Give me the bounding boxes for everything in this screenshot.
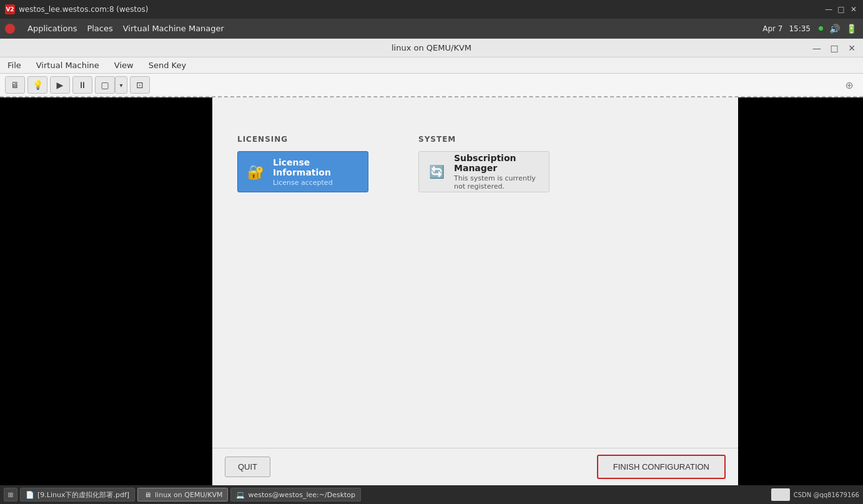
tb-display-button[interactable]: ▢ (95, 76, 115, 94)
monitor-icon: 🖥 (11, 80, 19, 90)
os-logo-icon: V2 (5, 4, 15, 14)
desktop-app-icon (5, 24, 15, 34)
center-area: LICENSING 🔐 License Information License … (212, 97, 738, 485)
desktop-taskbar: Applications Places Virtual Machine Mana… (0, 19, 863, 39)
csdn-label: CSDN @qq81679166 (794, 492, 859, 498)
licensing-section: LICENSING 🔐 License Information License … (237, 135, 368, 205)
os-window-title: westos_lee.westos.com:8 (westos) (19, 5, 148, 14)
licensing-items: 🔐 License Information License accepted (237, 151, 368, 192)
setup-content: LICENSING 🔐 License Information License … (212, 97, 738, 448)
taskbar-item-pdf-label: [9.Linux下的虚拟化部署.pdf] (37, 490, 129, 500)
pdf-icon: 📄 (26, 490, 34, 499)
display-icon: ▢ (101, 80, 109, 90)
vm-taskbar-icon: 🖥 (143, 490, 152, 499)
os-close-button[interactable]: ✕ (849, 5, 858, 14)
quit-button[interactable]: QUIT (225, 457, 270, 477)
bulb-icon: 💡 (32, 80, 43, 90)
desktop-app-menu: Applications Places Virtual Machine Mana… (5, 24, 224, 34)
play-icon: ▶ (57, 80, 64, 90)
subscription-item-title: Subscription Manager (454, 153, 541, 173)
vm-main-area: LICENSING 🔐 License Information License … (0, 97, 863, 485)
applications-menu[interactable]: Applications (27, 24, 77, 33)
desktop-date: Apr 7 (762, 24, 782, 33)
license-info-item[interactable]: 🔐 License Information License accepted (237, 151, 368, 192)
taskbar-item-pdf[interactable]: 📄 [9.Linux下的虚拟化部署.pdf] (20, 488, 135, 502)
os-window-controls: — □ ✕ (824, 5, 858, 14)
system-section-title: SYSTEM (418, 135, 550, 144)
system-items: 🔄 Subscription Manager This system is cu… (418, 151, 550, 192)
desktop-time: 15:35 (789, 24, 811, 33)
tb-expand-button[interactable]: ⊕ (841, 76, 858, 94)
desktop-right-info: Apr 7 15:35 🔊 🔋 (762, 24, 857, 34)
expand-icon: ⊕ (845, 79, 853, 91)
tb-screenshot-button[interactable]: ⊡ (130, 76, 150, 94)
vm-toolbar: 🖥 💡 ▶ ⏸ ▢ ▾ ⊡ ⊕ (0, 74, 863, 97)
license-item-subtitle: License accepted (273, 179, 360, 187)
subscription-item[interactable]: 🔄 Subscription Manager This system is cu… (418, 151, 550, 192)
taskbar-right-area: CSDN @qq81679166 (771, 488, 859, 501)
license-icon: 🔐 (245, 162, 265, 182)
vm-close-button[interactable]: ✕ (846, 43, 858, 53)
tb-play-button[interactable]: ▶ (50, 76, 70, 94)
vm-menu-file[interactable]: File (5, 59, 24, 71)
vm-window-controls: — □ ✕ (811, 43, 858, 53)
volume-icon[interactable]: 🔊 (829, 24, 840, 34)
license-item-title: License Information (273, 157, 360, 177)
tb-display-dropdown[interactable]: ▾ (115, 76, 127, 94)
subscription-item-subtitle: This system is currently not registered. (454, 174, 541, 190)
taskbar-right-box (771, 488, 790, 501)
vm-window: linux on QEMU/KVM — □ ✕ File Virtual Mac… (0, 39, 863, 485)
show-desktop-button[interactable]: ⊞ (4, 488, 17, 502)
tb-pause-button[interactable]: ⏸ (72, 76, 92, 94)
vm-window-title: linux on QEMU/KVM (392, 43, 471, 52)
os-taskbar: ⊞ 📄 [9.Linux下的虚拟化部署.pdf] 🖥 linux on QEMU… (0, 485, 863, 504)
show-desktop-icon: ⊞ (7, 491, 13, 499)
vm-menu-view[interactable]: View (112, 59, 136, 71)
vm-titlebar: linux on QEMU/KVM — □ ✕ (0, 39, 863, 57)
pause-icon: ⏸ (78, 80, 87, 90)
subscription-item-text: Subscription Manager This system is curr… (454, 153, 541, 190)
vm-minimize-button[interactable]: — (811, 43, 823, 53)
finish-configuration-button[interactable]: FINISH CONFIGURATION (597, 455, 726, 479)
vm-menu-send-key[interactable]: Send Key (146, 59, 189, 71)
screenshot-icon: ⊡ (136, 80, 144, 90)
tb-bulb-button[interactable]: 💡 (27, 76, 47, 94)
taskbar-item-terminal[interactable]: 💻 westos@westos_lee:~/Desktop (230, 488, 361, 502)
clock-active-dot (819, 26, 823, 31)
dropdown-icon: ▾ (119, 82, 122, 89)
left-black-sidebar (0, 97, 212, 485)
vmm-menu[interactable]: Virtual Machine Manager (123, 24, 224, 33)
right-black-sidebar (738, 97, 863, 485)
taskbar-item-vm-label: linux on QEMU/KVM (155, 491, 222, 499)
vm-menu-virtual-machine[interactable]: Virtual Machine (34, 59, 102, 71)
battery-icon[interactable]: 🔋 (846, 24, 857, 34)
tb-monitor-button[interactable]: 🖥 (5, 76, 25, 94)
taskbar-item-terminal-label: westos@westos_lee:~/Desktop (248, 491, 355, 499)
os-maximize-button[interactable]: □ (837, 5, 846, 14)
taskbar-item-vm[interactable]: 🖥 linux on QEMU/KVM (137, 488, 228, 502)
places-menu[interactable]: Places (87, 24, 112, 33)
licensing-section-title: LICENSING (237, 135, 368, 144)
license-item-text: License Information License accepted (273, 157, 360, 187)
vm-maximize-button[interactable]: □ (828, 43, 841, 53)
os-title-bar: V2 westos_lee.westos.com:8 (westos) — □ … (0, 0, 863, 19)
system-section: SYSTEM 🔄 Subscription Manager This syste… (418, 135, 550, 205)
subscription-icon: 🔄 (427, 162, 446, 182)
vm-bottom-bar: QUIT FINISH CONFIGURATION (212, 448, 738, 485)
os-minimize-button[interactable]: — (824, 5, 833, 14)
vm-menubar: File Virtual Machine View Send Key (0, 57, 863, 74)
terminal-icon: 💻 (236, 490, 245, 499)
